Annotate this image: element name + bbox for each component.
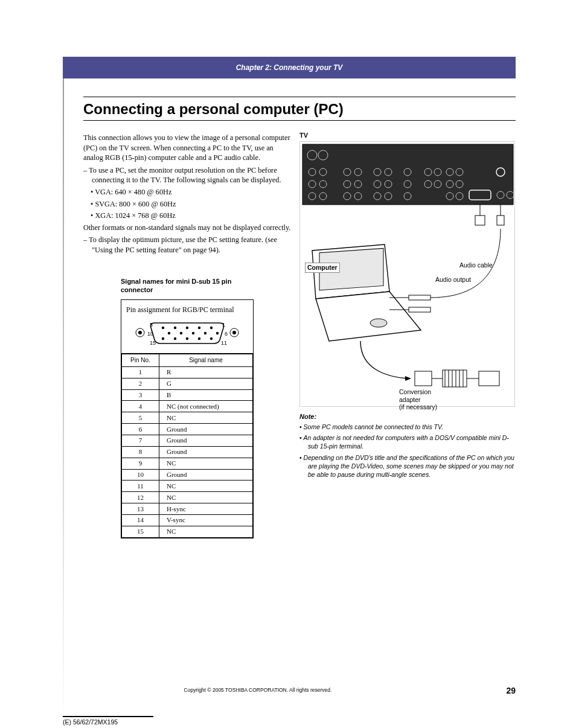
table-caption: Signal names for mini D-sub 15 pin conne…	[121, 277, 254, 295]
svg-rect-75	[415, 371, 432, 386]
note-1: Some PC models cannot be connected to th…	[299, 423, 515, 431]
th-pin: Pin No.	[122, 354, 159, 367]
table-row: 14V-sync	[122, 514, 253, 526]
table-row: 13H-sync	[122, 503, 253, 515]
mode-xga: XGA: 1024 × 768 @ 60Hz	[91, 211, 292, 221]
left-column: This connection allows you to view the i…	[83, 133, 292, 538]
th-signal: Signal name	[159, 354, 253, 367]
right-column: TV	[299, 132, 515, 481]
table-row: 2G	[122, 378, 253, 389]
dsub-connector-icon: 5 10 15 1 6 11	[133, 318, 242, 347]
svg-point-8	[210, 327, 213, 329]
svg-point-18	[210, 337, 213, 340]
svg-text:15: 15	[150, 340, 156, 346]
svg-text:6: 6	[225, 331, 228, 337]
note-2: An adapter is not needed for computers w…	[299, 433, 515, 450]
conversion-adapter-label: Conversion adapter (if necessary)	[399, 388, 437, 411]
left-divider	[63, 78, 64, 728]
svg-text:5: 5	[150, 322, 153, 328]
svg-point-12	[204, 332, 206, 334]
table-row: 5NC	[122, 412, 253, 424]
svg-rect-71	[409, 295, 430, 300]
copyright-text: Copyright © 2005 TOSHIBA CORPORATION. Al…	[0, 687, 516, 693]
table-row: 15NC	[122, 526, 253, 537]
chapter-header: Chapter 2: Connecting your TV	[63, 57, 516, 78]
title-rule-top	[83, 97, 516, 97]
audio-cable-label: Audio cable	[459, 261, 493, 269]
svg-text:1: 1	[222, 322, 225, 328]
page-title: Connecting a personal computer (PC)	[83, 101, 344, 118]
table-row: 3B	[122, 389, 253, 401]
note-header: Note:	[299, 413, 515, 420]
connection-diagram: Computer Audio output Audio cable Conver…	[299, 141, 515, 407]
table-row: 9NC	[122, 458, 253, 469]
audio-output-label: Audio output	[435, 276, 471, 284]
svg-text:10: 10	[147, 331, 153, 337]
mode-vga: VGA: 640 × 480 @ 60Hz	[91, 187, 292, 197]
svg-marker-74	[405, 376, 411, 381]
svg-rect-25	[302, 144, 513, 205]
note-pc-setting: To display the optimum picture, use the …	[83, 235, 292, 255]
svg-point-4	[162, 327, 164, 329]
svg-rect-65	[475, 216, 485, 225]
svg-rect-73	[409, 307, 430, 312]
svg-point-13	[216, 332, 219, 334]
other-formats-text: Other formats or non-standard signals ma…	[83, 223, 292, 233]
tv-label: TV	[299, 132, 515, 139]
svg-point-3	[232, 331, 236, 334]
doc-id: (E) 56/62/72MX195	[63, 716, 153, 726]
intro-text: This connection allows you to view the i…	[83, 133, 292, 163]
svg-point-68	[370, 319, 387, 327]
table-row: 12NC	[122, 492, 253, 503]
table-row: 1R	[122, 366, 253, 378]
svg-point-10	[180, 332, 182, 334]
page-number: 29	[506, 686, 516, 695]
svg-rect-66	[497, 216, 504, 225]
svg-text:11: 11	[221, 340, 227, 346]
svg-point-9	[168, 332, 170, 334]
svg-point-1	[138, 331, 142, 334]
table-row: 4NC (not connected)	[122, 401, 253, 412]
svg-point-16	[186, 337, 188, 340]
svg-rect-85	[479, 371, 499, 386]
connector-label: Pin assignment for RGB/PC terminal	[126, 305, 248, 315]
table-row: 8Ground	[122, 446, 253, 458]
svg-point-6	[186, 327, 188, 329]
table-row: 6Ground	[122, 424, 253, 435]
svg-point-11	[192, 332, 194, 334]
note-resolution: To use a PC, set the monitor output reso…	[83, 165, 292, 185]
connector-table: Pin assignment for RGB/PC terminal 5 10 …	[121, 299, 254, 538]
svg-point-17	[198, 337, 200, 340]
table-row: 10Ground	[122, 469, 253, 481]
table-row: 11NC	[122, 481, 253, 492]
svg-point-7	[198, 327, 200, 329]
note-3: Depending on the DVD's title and the spe…	[299, 453, 515, 479]
computer-label: Computer	[305, 263, 340, 273]
mode-svga: SVGA: 800 × 600 @ 60Hz	[91, 199, 292, 209]
title-rule-bottom	[83, 120, 516, 121]
svg-point-14	[162, 337, 164, 340]
svg-point-15	[174, 337, 176, 340]
svg-point-5	[174, 327, 176, 329]
table-row: 7Ground	[122, 435, 253, 446]
